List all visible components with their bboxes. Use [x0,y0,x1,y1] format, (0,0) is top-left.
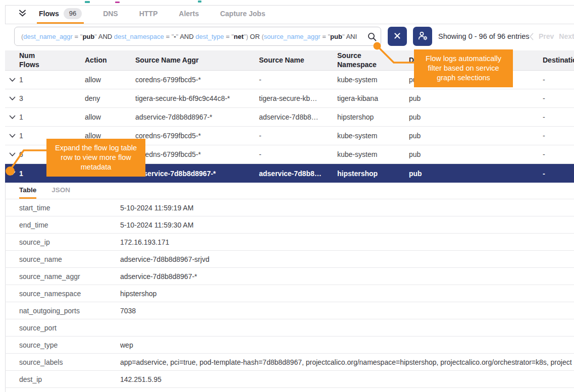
header-destination-name: Destination Name [543,56,574,65]
tab-http[interactable]: HTTP [137,5,160,24]
detail-row: end_time5-10-2024 11:59:30 AM [5,216,574,234]
clipped-text-fragment [198,1,201,3]
detail-row: dest_ip142.251.5.95 [5,371,574,388]
detail-key: source_ip [19,238,120,246]
row-expand-chevron-icon[interactable] [5,96,19,101]
tab-http-label: HTTP [139,10,158,18]
query-token: net [234,33,244,40]
detail-key: source_labels [19,358,120,366]
detail-value: 172.16.193.171 [120,238,574,246]
detail-value: wep [120,341,574,349]
detail-row: source_name_aggradservice-7d8b8d8967-* [5,268,574,285]
clipped-text-fragment [115,2,120,3]
row-expand-chevron-icon[interactable] [5,115,19,120]
detail-value: adservice-7d8b8d8967-* [120,272,574,281]
row-expand-chevron-icon[interactable] [5,171,19,176]
cell-source-namespace: hipstershop [337,170,409,178]
cell-action: allow [85,113,135,121]
detail-value: 142.251.5.95 [120,375,574,383]
detail-key: source_type [19,341,120,349]
flows-count-badge: 96 [64,8,82,19]
detail-value: 5-10-2024 11:59:19 AM [120,204,574,212]
table-row[interactable]: 3denytigera-secure-kb-6f9c9c44c8-*tigera… [5,89,574,108]
double-chevron-down-icon [18,9,27,20]
detail-key: source_port [19,324,120,332]
tab-flows-label: Flows [39,10,59,18]
tab-alerts-label: Alerts [179,10,199,18]
header-num-flows: Num Flows [19,51,85,69]
cell-destination-name: - [543,170,574,178]
header-source-namespace: Source Namespace [337,51,409,69]
query-token: AND [178,33,195,40]
detail-row: source_typewep [5,337,574,354]
query-token: pub [82,33,94,40]
cell-source-name-aggr: coredns-6799fbcd5-* [135,150,259,158]
cell-source-name-aggr: adservice-7d8b8d8967-* [135,113,259,121]
tab-capture-jobs[interactable]: Capture Jobs [218,5,267,24]
prev-button[interactable]: Prev [539,32,554,40]
collapse-panel-button[interactable] [13,5,32,24]
query-token: AND [97,33,114,40]
query-token: dest_name_aggr [23,33,73,40]
detail-tab-json-label: JSON [51,186,70,194]
cell-destination-name: - [543,94,574,102]
cell-action: deny [85,94,135,102]
filter-query-input[interactable]: (dest_name_aggr = "pub" AND dest_namespa… [14,27,381,46]
row-expand-chevron-icon[interactable] [5,78,19,82]
showing-entries-text: Showing 0 - 96 of 96 entries [438,24,530,48]
cell-dest-name-aggr: pub [409,113,543,121]
detail-key: source_name_aggr [19,272,120,281]
detail-tab-table[interactable]: Table [19,183,36,199]
detail-tab-json[interactable]: JSON [51,183,70,199]
clear-filter-button[interactable] [388,27,407,46]
detail-value: hipstershop [120,290,574,298]
cell-destination-name: - [543,132,574,140]
detail-value: 7038 [120,307,574,315]
query-token: = [73,33,80,40]
cell-destination-name: - [543,150,574,158]
close-icon [394,32,401,41]
cell-source-name-aggr: coredns-6799fbcd5-* [135,132,259,140]
cell-num-flows: 1 [19,113,85,121]
query-token: ANI [345,33,357,40]
person-gear-icon [418,31,428,42]
row-expand-chevron-icon[interactable] [5,134,19,138]
detail-key: start_time [19,204,120,212]
callout-expand-hint: Expand the flow log table row to view mo… [46,139,145,177]
table-row[interactable]: 1allowadservice-7d8b8d8967-*adservice-7d… [5,108,574,127]
log-type-tabbar: Flows 96 DNS HTTP Alerts Capture Jobs [5,5,574,24]
query-token: pub [330,33,342,40]
row-expand-chevron-icon[interactable] [5,152,19,157]
cell-dest-name-aggr: pub [409,94,543,102]
tab-dns[interactable]: DNS [101,5,120,24]
callout-filter-hint: Flow logs automatically filter based on … [414,49,513,87]
cell-source-name: adservice-7d8b8… [259,170,337,178]
header-source-name: Source Name [259,56,337,65]
detail-key: source_name [19,255,120,263]
cell-destination-name: - [543,113,574,121]
tab-flows[interactable]: Flows 96 [37,5,84,24]
detail-key: source_namespace [19,290,120,298]
detail-row: source_labelsapp=adservice, pci=true, po… [5,354,574,371]
cell-source-namespace: tigera-kibana [337,94,409,102]
next-button[interactable]: Next [559,32,574,40]
tab-capture-jobs-label: Capture Jobs [220,10,265,18]
detail-key: end_time [19,221,120,229]
cell-source-namespace: kube-system [337,76,409,84]
detail-value: app=adservice, pci=true, pod-template-ha… [120,358,574,366]
detail-key: dest_ip [19,375,120,383]
cell-source-name: adservice-7d8b8… [259,113,337,121]
user-settings-button[interactable] [413,27,432,46]
detail-view-tabs: Table JSON [5,183,574,199]
header-action: Action [85,56,135,65]
query-token: = [321,33,328,40]
cell-action: allow [85,76,135,84]
cell-source-namespace: kube-system [337,132,409,140]
detail-row: start_time5-10-2024 11:59:19 AM [5,199,574,216]
detail-tab-table-label: Table [19,186,36,194]
tab-alerts[interactable]: Alerts [177,5,201,24]
cell-dest-name-aggr: pub [409,170,543,178]
search-icon[interactable] [367,32,377,44]
pagination: Prev Next [529,24,574,48]
query-token: dest_namespace [114,33,164,40]
